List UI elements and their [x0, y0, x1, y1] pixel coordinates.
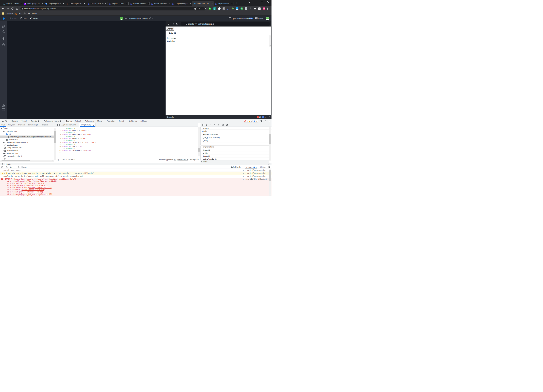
svg-text:B: B	[46, 3, 47, 4]
svg-text:€: €	[4, 3, 5, 4]
svg-text:{··}: {··}	[218, 8, 221, 10]
svg-text:C: C	[223, 8, 224, 10]
svg-text:i: i	[263, 116, 263, 118]
svg-text:h: h	[246, 7, 246, 10]
svg-text:M: M	[263, 8, 265, 10]
svg-text:B+: B+	[241, 8, 243, 10]
svg-text:B: B	[25, 3, 26, 5]
